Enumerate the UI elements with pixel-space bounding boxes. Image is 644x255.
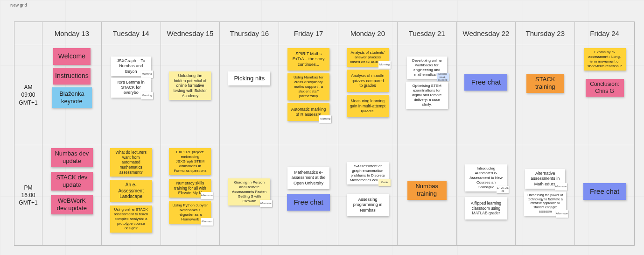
sticky-talk[interactable]: Analysis of students' answer process bas… xyxy=(347,48,389,67)
slot-am-wed15[interactable]: Unlocking the hidden potential of online… xyxy=(161,45,220,145)
slot-pm-tue21[interactable]: Numbas training xyxy=(398,145,457,245)
sticky-talk[interactable]: Using Python Jupyter Notebooks + nbgrade… xyxy=(169,201,211,224)
slot-am-thu23[interactable]: STACK training xyxy=(516,45,575,145)
day-header: Wednesday 22 xyxy=(457,22,516,45)
slot-am-mon13[interactable]: Welcome Instructions Blaženka keynote xyxy=(42,45,102,145)
sticky-talk[interactable]: Introducing Automated e-Assessment to Ne… xyxy=(465,164,507,191)
day-header: Tuesday 14 xyxy=(102,22,161,45)
sticky-talk[interactable]: What do lecturers want from automated ma… xyxy=(110,148,152,177)
sticky-talk[interactable]: Grading In-Person and Remote Assessments… xyxy=(228,178,270,205)
sticky-update[interactable]: STACK dev update xyxy=(51,172,93,191)
session-tag: Afternoon xyxy=(555,183,567,191)
sticky-talk[interactable]: Analysis of moodle quizzes compared to g… xyxy=(347,70,389,92)
sticky-talk[interactable]: A flipped learning classroom using MATLA… xyxy=(465,197,507,220)
slot-am-mon20[interactable]: Analysis of students' answer process bas… xyxy=(338,45,398,145)
session-tag: Morning xyxy=(378,61,391,69)
frame-title: New grid xyxy=(10,3,27,7)
day-header: Friday 24 xyxy=(575,22,634,45)
day-header: Tuesday 21 xyxy=(398,22,457,45)
sticky-talk[interactable]: Exams by e-assessment : Long-term moveme… xyxy=(584,48,626,71)
sticky-talk[interactable]: Harnessing the power of technology to fa… xyxy=(524,191,566,216)
sticky-freechat[interactable]: Free chat xyxy=(583,183,626,200)
sticky-instructions[interactable]: Instructions xyxy=(53,68,91,85)
slot-pm-thu23[interactable]: Alternative assessments in Math educa Af… xyxy=(516,145,575,245)
sticky-talk[interactable]: e-Assessment of graph enumeration proble… xyxy=(347,162,389,184)
session-tag: Second week, morning xyxy=(437,73,449,81)
day-header: Wednesday 15 xyxy=(161,22,220,45)
slot-am-wed22[interactable]: Free chat xyxy=(457,45,516,145)
slot-am-thu16[interactable]: Picking nits xyxy=(220,45,279,145)
sticky-talk[interactable]: Optimising STEM examinations for digital… xyxy=(406,82,448,109)
sticky-freechat[interactable]: Free chat xyxy=(287,194,330,211)
slot-am-tue14[interactable]: JSXGraph – To Numbas and Beyon Morning I… xyxy=(102,45,161,145)
sticky-talk[interactable]: Numeracy skills training for all with El… xyxy=(169,179,211,198)
session-tag: Code xyxy=(378,179,391,186)
sticky-talk[interactable]: Alternative assessments in Math educa Af… xyxy=(525,169,565,189)
sticky-talk[interactable]: Using online STACK assessment to teach c… xyxy=(110,205,152,233)
grid-frame: Monday 13 Tuesday 14 Wednesday 15 Thursd… xyxy=(14,21,635,246)
sticky-talk[interactable]: Using Numbas for cross disciplinary math… xyxy=(287,73,329,100)
session-tag: Afternoon xyxy=(201,192,213,199)
slot-pm-wed15[interactable]: EXPERT project: embedding JSXGraph STEM … xyxy=(161,145,220,245)
sticky-talk[interactable]: Unlocking the hidden potential of online… xyxy=(169,71,211,100)
day-header: Thursday 16 xyxy=(220,22,279,45)
sticky-freechat[interactable]: Free chat xyxy=(464,74,507,91)
row-label-pm: PM 16:00 GMT+1 xyxy=(14,145,42,245)
sticky-talk[interactable]: An e-Assessment Landscape xyxy=(110,180,152,202)
slot-pm-fri24[interactable]: Free chat xyxy=(575,145,634,245)
sticky-talk[interactable]: Picking nits xyxy=(228,71,270,85)
session-tag: Morning xyxy=(141,71,153,78)
session-tag: Morning xyxy=(141,92,153,99)
sticky-talk[interactable]: JSXGraph – To Numbas and Beyon Morning xyxy=(111,57,151,76)
session-tag: Afternoon xyxy=(556,210,568,218)
sticky-update[interactable]: Numbas dev update xyxy=(51,148,93,167)
day-header: Thursday 23 xyxy=(516,22,575,45)
slot-pm-wed22[interactable]: Introducing Automated e-Assessment to Ne… xyxy=(457,145,516,245)
session-tag: Morning xyxy=(319,115,331,123)
sticky-training[interactable]: Numbas training xyxy=(407,181,447,200)
whiteboard-board[interactable]: New grid Monday 13 Tuesday 14 Wednesday … xyxy=(0,0,644,255)
sticky-talk[interactable]: Automatic marking of R assessm Morning xyxy=(287,103,329,121)
sticky-conclusion[interactable]: Conclusion: Chris G xyxy=(586,79,624,97)
day-header: Friday 17 xyxy=(279,22,338,45)
sticky-talk[interactable]: Mathematics e-assessment at the Open Uni… xyxy=(287,167,329,189)
slot-pm-tue14[interactable]: What do lecturers want from automated ma… xyxy=(102,145,161,245)
day-header: Monday 20 xyxy=(338,22,398,45)
slot-pm-thu16[interactable]: Grading In-Person and Remote Assessments… xyxy=(220,145,279,245)
sticky-talk[interactable]: Ito’s Lemma in STACK for everybo Morning xyxy=(111,78,151,98)
sticky-keynote[interactable]: Blaženka keynote xyxy=(52,87,92,108)
schedule-grid: Monday 13 Tuesday 14 Wednesday 15 Thursd… xyxy=(14,22,634,245)
slot-am-fri17[interactable]: SPIRIT Maths ExTrA – the story continues… xyxy=(279,45,338,145)
slot-am-tue21[interactable]: Developing online workbooks for engineer… xyxy=(398,45,457,145)
sticky-talk[interactable]: Assessing programming in Numbas xyxy=(347,194,389,216)
day-header: Monday 13 xyxy=(42,22,102,45)
sticky-update[interactable]: WeBWorK dev update xyxy=(51,195,93,214)
sticky-talk[interactable]: SPIRIT Maths ExTrA – the story continues… xyxy=(287,48,329,71)
session-tag: Afternoon xyxy=(260,200,272,207)
slot-pm-fri17[interactable]: Mathematics e-assessment at the Open Uni… xyxy=(279,145,338,245)
corner-blank xyxy=(14,22,42,45)
sticky-talk[interactable]: Measuring learning gain in multi-attempt… xyxy=(347,95,389,117)
session-tag: Afternoon xyxy=(201,218,213,226)
slot-pm-mon20[interactable]: e-Assessment of graph enumeration proble… xyxy=(338,145,398,245)
sticky-welcome[interactable]: Welcome xyxy=(53,48,91,65)
slot-pm-mon13[interactable]: Numbas dev update STACK dev update WeBWo… xyxy=(42,145,102,245)
sticky-talk[interactable]: EXPERT project: embedding JSXGraph STEM … xyxy=(169,148,211,175)
slot-am-fri24[interactable]: Exams by e-assessment : Long-term moveme… xyxy=(575,45,634,145)
session-tag: 17, 20, 21, 22 xyxy=(497,186,509,193)
sticky-talk[interactable]: Developing online workbooks for engineer… xyxy=(407,57,447,79)
row-label-am: AM 09:00 GMT+1 xyxy=(14,45,42,145)
sticky-training[interactable]: STACK training xyxy=(526,74,564,93)
